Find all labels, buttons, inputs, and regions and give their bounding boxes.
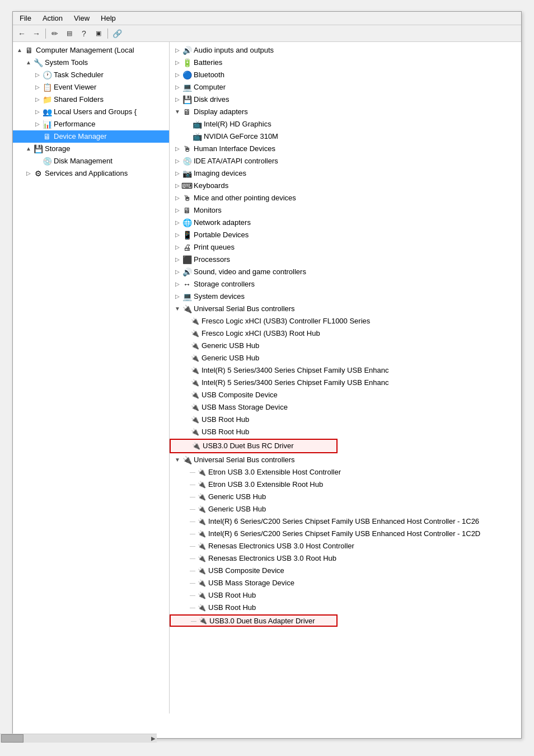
local-users-label: Local Users and Groups {: [54, 106, 137, 118]
right-item-monitors[interactable]: ▷ 🖥 Monitors: [170, 204, 521, 217]
right-item-disk-drives[interactable]: ▷ 💾 Disk drives: [170, 93, 521, 106]
sidebar-item-performance[interactable]: ▷ 📊 Performance: [13, 118, 169, 130]
right-item-usb-root-3[interactable]: — 🔌 USB Root Hub: [170, 589, 521, 602]
right-panel: ▷ 🔊 Audio inputs and outputs ▷ 🔋 Batteri…: [170, 42, 521, 713]
view-button[interactable]: ▤: [63, 27, 76, 40]
sidebar-item-task-scheduler[interactable]: ▷ 🕐 Task Scheduler: [13, 69, 169, 81]
right-item-generic-hub-4[interactable]: — 🔌 Generic USB Hub: [170, 503, 521, 515]
sidebar-item-device-manager[interactable]: 🖥 Device Manager: [13, 130, 169, 143]
right-item-usb-composite-2[interactable]: — 🔌 USB Composite Device: [170, 565, 521, 577]
right-item-display-adapters[interactable]: ▼ 🖥 Display adapters: [170, 106, 521, 118]
sidebar-item-storage[interactable]: ▲ 💾 Storage: [13, 143, 169, 155]
right-item-usb3-rc-driver[interactable]: 🔌 USB3.0 Duet Bus RC Driver: [170, 439, 338, 453]
system-devices-toggle: ▷: [173, 292, 182, 301]
right-item-mice[interactable]: ▷ 🖱 Mice and other pointing devices: [170, 192, 521, 204]
sidebar-item-system-tools[interactable]: ▲ 🔧 System Tools: [13, 57, 169, 69]
event-viewer-label: Event Viewer: [54, 82, 96, 93]
sidebar-item-event-viewer[interactable]: ▷ 📋 Event Viewer: [13, 81, 169, 93]
print-label: Print queues: [194, 242, 235, 253]
right-item-generic-hub-1[interactable]: 🔌 Generic USB Hub: [170, 340, 521, 352]
right-item-usb-root-2[interactable]: 🔌 USB Root Hub: [170, 426, 521, 438]
usb-root3-label: USB Root Hub: [208, 590, 256, 601]
intel6-1c2d-label: Intel(R) 6 Series/C200 Series Chipset Fa…: [208, 528, 480, 539]
sidebar-item-disk-management[interactable]: 💿 Disk Management: [13, 155, 169, 167]
right-item-ide[interactable]: ▷ 💿 IDE ATA/ATAPI controllers: [170, 155, 521, 167]
right-item-usb-controllers-1[interactable]: ▼ 🔌 Universal Serial Bus controllers: [170, 303, 521, 315]
audio-toggle: ▷: [173, 46, 182, 55]
intel-usb2-label: Intel(R) 5 Series/3400 Series Chipset Fa…: [202, 377, 389, 388]
disk-management-label: Disk Management: [54, 156, 113, 167]
disk-management-toggle-icon: [33, 157, 42, 166]
right-item-usb3-adapter-driver[interactable]: — 🔌 USB3.0 Duet Bus Adapter Driver: [170, 614, 338, 627]
right-item-batteries[interactable]: ▷ 🔋 Batteries: [170, 57, 521, 69]
right-item-imaging[interactable]: ▷ 📷 Imaging devices: [170, 167, 521, 180]
help-button[interactable]: ?: [77, 27, 91, 40]
menu-help[interactable]: Help: [96, 13, 120, 24]
refresh-button[interactable]: 🔗: [110, 27, 124, 40]
shared-folders-icon: 📁: [42, 95, 52, 105]
right-item-usb-mass-2[interactable]: — 🔌 USB Mass Storage Device: [170, 577, 521, 589]
etron-host-label: Etron USB 3.0 Extensible Host Controller: [208, 467, 341, 478]
right-item-network[interactable]: ▷ 🌐 Network adapters: [170, 217, 521, 229]
back-button[interactable]: ←: [15, 27, 29, 40]
usb-root4-label: USB Root Hub: [208, 602, 256, 613]
processors-icon: ⬛: [182, 255, 192, 265]
right-item-usb-root-4[interactable]: — 🔌 USB Root Hub: [170, 602, 521, 614]
hid-label: Human Interface Devices: [194, 143, 275, 154]
right-item-audio[interactable]: ▷ 🔊 Audio inputs and outputs: [170, 44, 521, 57]
forward-button[interactable]: →: [30, 27, 43, 40]
right-item-keyboards[interactable]: ▷ ⌨ Keyboards: [170, 180, 521, 192]
hid-toggle: ▷: [173, 144, 182, 153]
right-item-nvidia[interactable]: 📺 NVIDIA GeForce 310M: [170, 130, 521, 143]
right-item-computer[interactable]: ▷ 💻 Computer: [170, 81, 521, 93]
services-label: Services and Applications: [45, 168, 128, 179]
network-icon: 🌐: [182, 218, 192, 228]
usb-mass1-label: USB Mass Storage Device: [202, 402, 288, 413]
right-item-intel-usb-2[interactable]: 🔌 Intel(R) 5 Series/3400 Series Chipset …: [170, 377, 521, 389]
right-item-fresco1[interactable]: 🔌 Fresco Logic xHCI (USB3) Controller FL…: [170, 315, 521, 327]
right-item-portable[interactable]: ▷ 📱 Portable Devices: [170, 229, 521, 241]
right-item-etron-host[interactable]: — 🔌 Etron USB 3.0 Extensible Host Contro…: [170, 466, 521, 478]
tree-root[interactable]: ▲ 🖥 Computer Management (Local: [13, 44, 169, 57]
right-item-usb-composite-1[interactable]: 🔌 USB Composite Device: [170, 389, 521, 401]
system-tools-label: System Tools: [45, 57, 88, 68]
edit-button[interactable]: ✏: [48, 27, 62, 40]
sidebar-item-services-applications[interactable]: ▷ ⚙ Services and Applications: [13, 167, 169, 180]
right-item-fresco2[interactable]: 🔌 Fresco Logic xHCI (USB3) Root Hub: [170, 327, 521, 340]
sidebar-item-shared-folders[interactable]: ▷ 📁 Shared Folders: [13, 93, 169, 106]
right-item-renesas-root[interactable]: — 🔌 Renesas Electronics USB 3.0 Root Hub: [170, 552, 521, 565]
menu-file[interactable]: File: [15, 13, 36, 24]
generic-hub1-label: Generic USB Hub: [202, 340, 259, 351]
right-item-intel6-1c26[interactable]: — 🔌 Intel(R) 6 Series/C200 Series Chipse…: [170, 515, 521, 528]
usb-mass2-icon: 🔌: [196, 578, 207, 588]
system-tools-icon: 🔧: [33, 58, 43, 68]
right-item-system-devices[interactable]: ▷ 💻 System devices: [170, 290, 521, 303]
right-item-print[interactable]: ▷ 🖨 Print queues: [170, 241, 521, 253]
right-item-intel-usb-1[interactable]: 🔌 Intel(R) 5 Series/3400 Series Chipset …: [170, 364, 521, 377]
sidebar-item-local-users[interactable]: ▷ 👥 Local Users and Groups {: [13, 106, 169, 118]
right-item-intel6-1c2d[interactable]: — 🔌 Intel(R) 6 Series/C200 Series Chipse…: [170, 528, 521, 540]
menu-view[interactable]: View: [69, 13, 94, 24]
manage-button[interactable]: ▣: [92, 27, 105, 40]
right-item-generic-hub-2[interactable]: 🔌 Generic USB Hub: [170, 352, 521, 364]
right-item-usb-mass-1[interactable]: 🔌 USB Mass Storage Device: [170, 401, 521, 414]
right-item-etron-root[interactable]: — 🔌 Etron USB 3.0 Extensible Root Hub: [170, 478, 521, 491]
usb3-adapter-label: USB3.0 Duet Bus Adapter Driver: [209, 617, 315, 625]
right-item-generic-hub-3[interactable]: — 🔌 Generic USB Hub: [170, 491, 521, 503]
right-item-processors[interactable]: ▷ ⬛ Processors: [170, 253, 521, 266]
right-item-sound[interactable]: ▷ 🔊 Sound, video and game controllers: [170, 266, 521, 278]
portable-icon: 📱: [182, 230, 192, 240]
usb1-label: Universal Serial Bus controllers: [194, 303, 295, 314]
usb1-icon: 🔌: [182, 304, 192, 314]
menu-action[interactable]: Action: [38, 13, 67, 24]
audio-icon: 🔊: [182, 45, 192, 55]
disk-management-icon: 💿: [42, 156, 52, 166]
right-item-hid[interactable]: ▷ 🖱 Human Interface Devices: [170, 143, 521, 155]
right-item-intel-hd[interactable]: 📺 Intel(R) HD Graphics: [170, 118, 521, 130]
monitors-icon: 🖥: [182, 205, 192, 215]
right-item-renesas-host[interactable]: — 🔌 Renesas Electronics USB 3.0 Host Con…: [170, 540, 521, 552]
right-item-usb-controllers-2[interactable]: ▼ 🔌 Universal Serial Bus controllers: [170, 454, 521, 466]
right-item-storage-controllers[interactable]: ▷ ↔ Storage controllers: [170, 278, 521, 290]
right-item-bluetooth[interactable]: ▷ 🔵 Bluetooth: [170, 69, 521, 81]
right-item-usb-root-1[interactable]: 🔌 USB Root Hub: [170, 414, 521, 426]
